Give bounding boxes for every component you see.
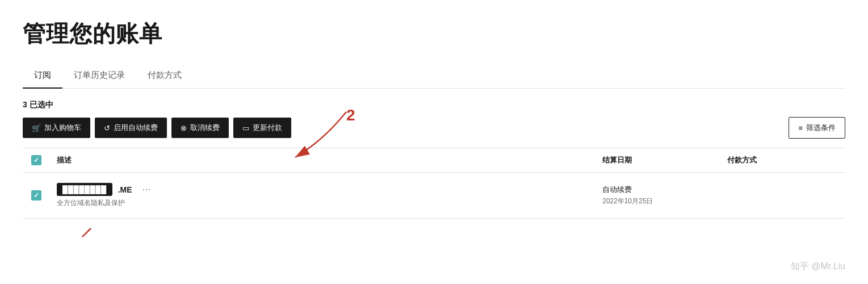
domain-tld: .ME	[118, 185, 132, 194]
refresh-icon: ↺	[104, 124, 110, 132]
table-section: 描述 结算日期 付款方式 ████████ .ME ··· 全方位域名隐私及保护…	[23, 148, 845, 219]
selected-count: 3 已选中	[23, 100, 845, 110]
billing-date: 2022年10月25日	[602, 197, 714, 206]
filter-icon: ≡	[798, 124, 803, 132]
tab-subscription[interactable]: 订阅	[23, 63, 62, 89]
toolbar-left: 🛒 加入购物车 ↺ 启用自动续费 ⊗ 取消续费 ▭ 更新付款	[23, 118, 291, 138]
cancel-renew-label: 取消续费	[190, 123, 220, 133]
tab-order-history[interactable]: 订单历史记录	[62, 63, 136, 89]
table-row: ████████ .ME ··· 全方位域名隐私及保护 自动续费 2022年10…	[23, 173, 845, 219]
page-title: 管理您的账单	[23, 18, 845, 49]
row-checkbox-cell	[23, 190, 50, 201]
enable-auto-renew-label: 启用自动续费	[114, 123, 158, 133]
row-description-cell: ████████ .ME ··· 全方位域名隐私及保护	[50, 183, 596, 208]
domain-hidden-badge: ████████	[57, 183, 112, 196]
header-checkbox-checked[interactable]	[31, 155, 41, 165]
tabs-container: 订阅 订单历史记录 付款方式	[23, 63, 845, 89]
description-main: ████████ .ME ···	[57, 183, 589, 196]
table-header: 描述 结算日期 付款方式	[23, 148, 845, 173]
row-checkbox[interactable]	[31, 190, 41, 201]
header-payment-method: 付款方式	[720, 155, 845, 165]
add-to-cart-label: 加入购物车	[44, 123, 81, 133]
header-checkbox	[23, 155, 50, 165]
update-payment-label: 更新付款	[253, 123, 282, 133]
annotation-arrow-1	[40, 223, 108, 237]
card-icon: ▭	[242, 124, 249, 132]
filter-button-container: ≡ 筛选条件	[789, 117, 845, 139]
header-billing-date: 结算日期	[596, 155, 720, 165]
filter-label: 筛选条件	[806, 123, 836, 133]
cancel-icon: ⊗	[181, 124, 187, 132]
cancel-renew-button[interactable]: ⊗ 取消续费	[171, 118, 229, 138]
enable-auto-renew-button[interactable]: ↺ 启用自动续费	[95, 118, 167, 138]
update-payment-button[interactable]: ▭ 更新付款	[233, 118, 291, 138]
header-description: 描述	[50, 155, 596, 165]
filter-button[interactable]: ≡ 筛选条件	[789, 117, 845, 139]
billing-type: 自动续费	[602, 185, 714, 195]
cart-icon: 🛒	[32, 124, 41, 132]
tab-payment-method[interactable]: 付款方式	[136, 63, 193, 89]
row-more-button[interactable]: ···	[142, 183, 151, 195]
add-to-cart-button[interactable]: 🛒 加入购物车	[23, 118, 90, 138]
toolbar-section: 3 已选中 🛒 加入购物车 ↺ 启用自动续费 ⊗ 取消续费 ▭ 更新付款	[23, 89, 845, 148]
toolbar-row: 🛒 加入购物车 ↺ 启用自动续费 ⊗ 取消续费 ▭ 更新付款 ≡	[23, 117, 845, 139]
row-billing-cell: 自动续费 2022年10月25日	[596, 185, 720, 206]
description-sub: 全方位域名隐私及保护	[57, 198, 589, 208]
